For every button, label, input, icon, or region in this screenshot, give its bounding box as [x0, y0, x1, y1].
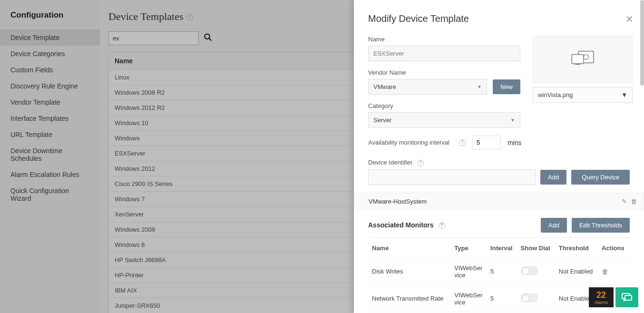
vendor-select[interactable]: VMware ▼	[368, 79, 487, 95]
device-identifier-label: Device Identifier ?	[368, 159, 630, 166]
svg-rect-8	[625, 295, 632, 300]
col-interval[interactable]: Interval	[488, 239, 517, 258]
identifier-value: VMware-HostSystem	[361, 198, 427, 205]
help-icon[interactable]: ?	[459, 139, 466, 146]
show-dial-toggle[interactable]	[521, 293, 538, 302]
monitor-type: VIWebService	[451, 259, 487, 285]
new-vendor-button[interactable]: New	[493, 79, 520, 94]
availability-unit: mins	[507, 139, 522, 147]
name-input[interactable]	[368, 46, 520, 61]
col-name[interactable]: Name	[369, 239, 450, 258]
delete-icon[interactable]: 🗑	[602, 268, 608, 275]
edit-icon[interactable]: ✎	[622, 198, 627, 205]
col-threshold[interactable]: Threshold	[556, 239, 598, 258]
add-monitor-button[interactable]: Add	[541, 218, 567, 233]
monitor-interval: 5	[488, 259, 517, 285]
edit-thresholds-button[interactable]: Edit Thresholds	[572, 218, 630, 233]
category-select-value: Server	[373, 117, 391, 124]
monitor-name: Network Transmitted Rate	[369, 286, 450, 312]
monitor-row: Disk Writes VIWebService 5 Not Enabled 🗑	[369, 259, 629, 285]
caret-down-icon: ▼	[477, 84, 482, 89]
add-identifier-button[interactable]: Add	[540, 170, 566, 185]
chat-button[interactable]	[615, 287, 638, 307]
query-device-button[interactable]: Query Device	[571, 170, 630, 185]
monitor-type: VIWebService	[451, 286, 487, 312]
caret-down-icon: ▼	[510, 117, 515, 123]
caret-down-icon: ▼	[621, 91, 627, 98]
monitor-name: Disk Writes	[369, 259, 450, 285]
name-label: Name	[368, 36, 520, 43]
associated-monitors-label: Associated Monitors ?	[368, 221, 445, 229]
col-type[interactable]: Type	[451, 239, 487, 258]
panel-title: Modify Device Template	[368, 13, 630, 24]
alarms-badge[interactable]: 22 Alarms	[589, 287, 614, 307]
delete-icon[interactable]: 🗑	[631, 198, 637, 205]
category-select[interactable]: Server ▼	[368, 112, 520, 128]
help-icon[interactable]: ?	[439, 222, 445, 229]
image-select-value: winVista.png	[538, 91, 573, 98]
chat-icon	[621, 293, 633, 302]
svg-rect-5	[572, 55, 584, 64]
monitor-interval: 5	[488, 286, 517, 312]
alarms-label: Alarms	[595, 300, 608, 305]
availability-input[interactable]	[472, 136, 501, 149]
availability-label: Availability monitoring interval	[368, 139, 449, 146]
close-icon[interactable]: ✕	[625, 13, 634, 25]
vendor-select-value: VMware	[373, 83, 396, 90]
monitor-threshold: Not Enabled	[556, 259, 598, 285]
image-preview	[533, 36, 633, 83]
image-select[interactable]: winVista.png ▼	[533, 87, 633, 103]
col-actions[interactable]: Actions	[599, 239, 629, 258]
help-icon[interactable]: ?	[417, 160, 424, 166]
identifier-row: VMware-HostSystem ✎ 🗑	[354, 193, 644, 210]
svg-rect-6	[575, 64, 580, 65]
vendor-label: Vendor Name	[368, 69, 520, 76]
scrollbar-thumb[interactable]	[640, 0, 644, 86]
alarms-count: 22	[596, 290, 606, 300]
modify-template-panel: ✕ Modify Device Template Name Vendor Nam…	[354, 0, 644, 313]
category-label: Category	[368, 102, 520, 109]
show-dial-toggle[interactable]	[521, 266, 538, 275]
col-show-dial[interactable]: Show Dial	[518, 239, 555, 258]
device-icon	[569, 48, 596, 71]
device-identifier-input[interactable]	[368, 169, 536, 185]
